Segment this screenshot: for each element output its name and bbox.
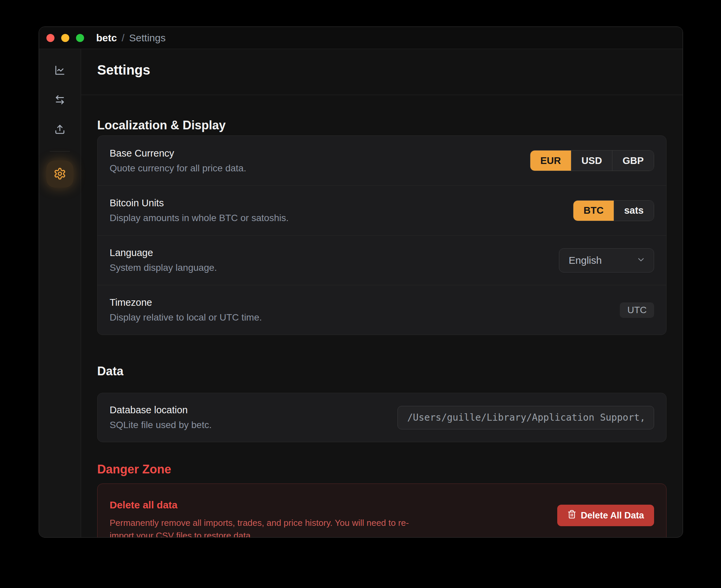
- section-heading-data: Data: [97, 365, 666, 377]
- language-select[interactable]: English: [559, 248, 654, 273]
- close-window-button[interactable]: [46, 34, 55, 42]
- setting-row-database-location: Database location SQLite file used by be…: [98, 393, 666, 442]
- minimize-window-button[interactable]: [61, 34, 69, 42]
- delete-all-data-title: Delete all data: [109, 499, 414, 511]
- breadcrumb: betc / Settings: [96, 32, 165, 44]
- setting-row-base-currency: Base Currency Quote currency for all pri…: [98, 136, 666, 186]
- breadcrumb-separator: /: [122, 32, 124, 44]
- chart-line-icon: [55, 65, 65, 77]
- sidebar-item-settings[interactable]: [46, 161, 73, 188]
- setting-row-timezone: Timezone Display relative to local or UT…: [98, 285, 666, 335]
- chevron-down-icon: [636, 255, 646, 266]
- bitcoin-units-description: Display amounts in whole BTC or satoshis…: [109, 213, 288, 224]
- delete-all-data-button-label: Delete All Data: [581, 510, 644, 521]
- section-heading-localization: Localization & Display: [97, 119, 666, 131]
- title-divider: [81, 95, 683, 95]
- bitcoin-units-segmented-control: BTC sats: [573, 200, 654, 221]
- sidebar-item-chart[interactable]: [52, 63, 68, 79]
- currency-option-gbp[interactable]: GBP: [612, 150, 654, 171]
- timezone-description: Display relative to local or UTC time.: [109, 312, 262, 323]
- currency-option-usd[interactable]: USD: [571, 150, 612, 171]
- timezone-badge: UTC: [620, 302, 654, 318]
- trash-icon: [567, 510, 576, 521]
- database-location-label: Database location: [109, 404, 212, 416]
- setting-row-language: Language System display language. Englis…: [98, 235, 666, 285]
- language-description: System display language.: [109, 262, 217, 273]
- localization-card: Base Currency Quote currency for all pri…: [97, 135, 666, 335]
- base-currency-segmented-control: EUR USD GBP: [530, 150, 654, 171]
- delete-all-data-button[interactable]: Delete All Data: [557, 505, 654, 526]
- sidebar-divider: [50, 151, 70, 151]
- database-path-field[interactable]: /Users/guille/Library/Application Suppor…: [398, 406, 654, 429]
- database-path-value: /Users/guille/Library/Application Suppor…: [407, 412, 645, 423]
- sidebar-item-import[interactable]: [52, 122, 68, 138]
- currency-option-eur[interactable]: EUR: [530, 150, 571, 171]
- breadcrumb-page-name: Settings: [129, 32, 165, 44]
- base-currency-description: Quote currency for all price data.: [109, 163, 246, 174]
- page-title: Settings: [97, 63, 666, 77]
- arrows-left-right-icon: [55, 94, 65, 106]
- zoom-window-button[interactable]: [76, 34, 84, 42]
- data-card: Database location SQLite file used by be…: [97, 393, 666, 442]
- units-option-sats[interactable]: sats: [614, 201, 654, 221]
- language-label: Language: [109, 247, 217, 258]
- section-heading-danger-zone: Danger Zone: [97, 463, 666, 476]
- danger-zone-card: Delete all data Permanently remove all i…: [97, 483, 666, 537]
- setting-row-bitcoin-units: Bitcoin Units Display amounts in whole B…: [98, 186, 666, 235]
- database-location-description: SQLite file used by betc.: [109, 420, 212, 430]
- upload-icon: [55, 124, 65, 136]
- traffic-lights: [46, 34, 84, 42]
- base-currency-label: Base Currency: [109, 148, 246, 159]
- app-window: betc / Settings: [39, 26, 683, 538]
- title-bar: betc / Settings: [39, 27, 683, 49]
- sidebar: [39, 49, 81, 537]
- timezone-label: Timezone: [109, 297, 262, 308]
- units-option-btc[interactable]: BTC: [573, 201, 614, 221]
- breadcrumb-app-name: betc: [96, 32, 117, 44]
- settings-page: Settings Localization & Display Base Cur…: [81, 49, 683, 537]
- gear-icon: [54, 167, 66, 181]
- sidebar-item-transfers[interactable]: [52, 92, 68, 108]
- language-select-value: English: [569, 255, 602, 266]
- delete-all-data-description: Permanently remove all imports, trades, …: [109, 517, 414, 537]
- bitcoin-units-label: Bitcoin Units: [109, 197, 288, 209]
